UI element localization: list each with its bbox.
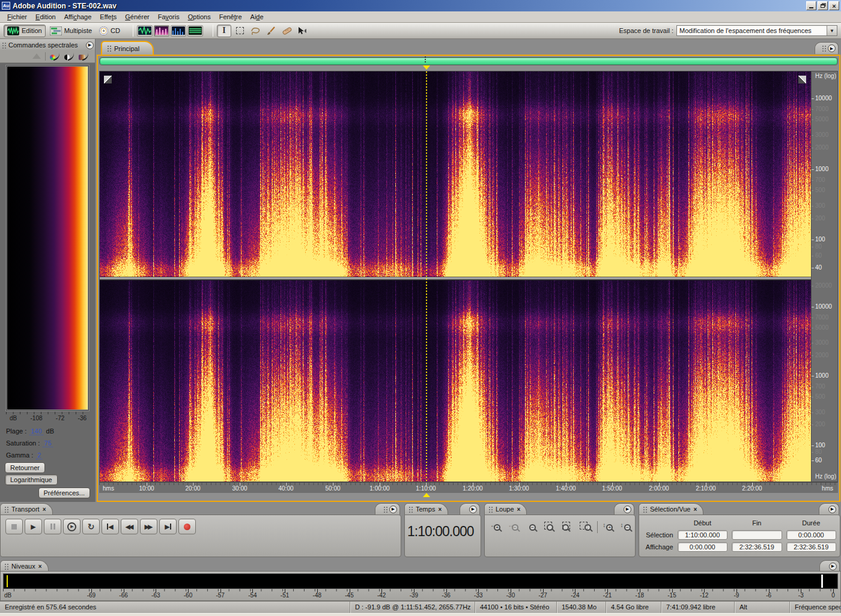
zoom-full-button[interactable]: −	[525, 520, 540, 534]
preferences-button[interactable]: Préférences...	[38, 488, 90, 498]
selection-duree-field[interactable]: 0:00.000	[786, 530, 837, 540]
logarithmique-button[interactable]: Logarithmique	[5, 474, 58, 485]
panel-menu-icon[interactable]: ▶	[829, 563, 837, 570]
frequency-axis[interactable]: Hz (log)10000700050003000200010007005003…	[811, 71, 837, 482]
playhead-marker-top[interactable]	[423, 65, 430, 70]
selection-debut-field[interactable]: 1:10:00.000	[678, 530, 728, 540]
spectral-palette-gradient[interactable]	[6, 65, 89, 411]
chevron-down-icon[interactable]: ▼	[827, 26, 837, 35]
freq-tick	[812, 190, 813, 191]
record-button[interactable]	[178, 519, 196, 534]
level-meter[interactable]	[3, 573, 838, 589]
close-icon[interactable]: ×	[693, 506, 697, 513]
panel-menu-icon[interactable]: ▶	[469, 506, 477, 513]
menu-affichage[interactable]: Affichage	[60, 12, 96, 22]
menu-edition[interactable]: Edition	[31, 12, 60, 22]
menu-aide[interactable]: Aide	[246, 12, 268, 22]
menu-favoris[interactable]: Favoris	[154, 12, 184, 22]
horizontal-scrollbar[interactable]	[99, 57, 838, 65]
zoom-selection-end-button[interactable]	[578, 520, 593, 534]
zoom-in-vertical-button[interactable]: ↕+	[602, 520, 617, 534]
tab-selection-vue[interactable]: Sélection/Vue ×	[639, 503, 703, 515]
pause-button[interactable]	[44, 519, 61, 534]
panel-menu-icon[interactable]: ▶	[828, 44, 836, 52]
zoom-in-horizontal-button[interactable]: ↔+	[490, 520, 505, 534]
playhead-marker-bottom[interactable]	[423, 493, 430, 497]
plage-value[interactable]: 140	[29, 427, 43, 435]
play-from-cursor-button[interactable]: ▶	[63, 519, 80, 534]
healing-tool[interactable]	[279, 25, 294, 37]
playhead-line[interactable]	[426, 71, 427, 482]
view-spectral-button[interactable]	[154, 25, 169, 37]
spectrogram-left-channel[interactable]	[100, 71, 811, 277]
edition-view-button[interactable]: Edition	[4, 25, 46, 37]
zoom-out-horizontal-button[interactable]: ↔−	[507, 520, 522, 534]
tab-niveaux[interactable]: Niveaux ×	[0, 560, 49, 572]
workspace-dropdown[interactable]: Modification de l'espacement des fréquen…	[676, 25, 837, 36]
menu-générer[interactable]: Générer	[121, 12, 153, 22]
multipiste-view-button[interactable]: Multipiste	[47, 25, 95, 37]
panel-menu-icon[interactable]: ▶	[389, 506, 397, 513]
spectral-marker-icon[interactable]	[32, 53, 41, 59]
close-icon[interactable]: ×	[38, 563, 42, 570]
zoom-out-vertical-button[interactable]: ↕−	[620, 520, 635, 534]
close-icon[interactable]: ×	[438, 506, 442, 513]
go-end-button[interactable]: ▶	[159, 519, 177, 534]
zoom-selection-button[interactable]	[542, 520, 557, 534]
affichage-fin-field[interactable]: 2:32:36.519	[732, 542, 782, 552]
contrast-curve-icon[interactable]	[64, 53, 74, 60]
tab-temps[interactable]: Temps ×	[404, 503, 448, 515]
close-icon[interactable]: ×	[517, 506, 521, 513]
close-icon[interactable]: ×	[43, 506, 46, 513]
selection-fin-field[interactable]	[732, 530, 782, 540]
tab-principal[interactable]: Principal	[101, 41, 154, 55]
affichage-duree-field[interactable]: 2:32:36.519	[786, 542, 837, 552]
scrub-tool[interactable]	[295, 25, 309, 37]
rewind-button[interactable]: ◀◀	[121, 519, 138, 534]
menu-options[interactable]: Options	[184, 12, 215, 22]
corner-grip-icon[interactable]	[798, 76, 806, 83]
view-waveform-button[interactable]	[137, 25, 153, 37]
time-ruler[interactable]: hms hms 10:0020:0030:0040:0050:001:00:00…	[99, 482, 838, 493]
color-curve-icon[interactable]	[50, 53, 60, 60]
restore-button[interactable]	[818, 1, 828, 10]
menu-effets[interactable]: Effets	[96, 12, 121, 22]
view-phase-button[interactable]	[187, 25, 203, 37]
affichage-debut-field[interactable]: 0:00.000	[678, 542, 728, 552]
freq-label-3000: 3000	[815, 339, 828, 346]
panel-menu-icon[interactable]: ▶	[828, 506, 836, 513]
brush-tool[interactable]	[264, 25, 278, 37]
spectrogram-right-channel[interactable]	[100, 280, 811, 482]
tab-transport[interactable]: Transport ×	[0, 503, 53, 515]
gamma-value[interactable]: 2	[36, 451, 42, 459]
axis-unit-label: Hz (log)	[815, 473, 836, 480]
stop-button[interactable]	[5, 519, 23, 534]
panel-grip[interactable]	[2, 42, 6, 49]
panel-menu-icon[interactable]: ▶	[86, 41, 94, 49]
tab-loupe[interactable]: Loupe ×	[484, 503, 527, 515]
panel-grip[interactable]	[822, 45, 826, 52]
go-start-button[interactable]: ◀	[102, 519, 119, 534]
gradient-curve-icon[interactable]	[79, 53, 89, 60]
time-display[interactable]: 1:10:00.000	[405, 515, 481, 540]
meter-label--24: -24	[571, 592, 579, 599]
marquee-selection-tool[interactable]	[232, 25, 247, 37]
menu-fenêtre[interactable]: Fenêtre	[215, 12, 246, 22]
lasso-selection-tool[interactable]	[248, 25, 263, 37]
cd-view-button[interactable]: CD	[96, 25, 123, 37]
ruler-label-1:20:00: 1:20:00	[463, 485, 482, 492]
loop-button[interactable]: ↻	[82, 519, 100, 534]
retourner-button[interactable]: Retourner	[5, 462, 45, 473]
saturation-value[interactable]: 75	[43, 439, 52, 447]
horizontal-scrollbar-thumb[interactable]	[100, 58, 837, 65]
close-button[interactable]: ×	[829, 1, 839, 10]
view-spectral-pan-button[interactable]	[171, 25, 186, 37]
play-button[interactable]: ▶	[25, 519, 42, 534]
minimize-button[interactable]	[806, 1, 816, 10]
fast-forward-button[interactable]: ▶▶	[140, 519, 157, 534]
menu-fichier[interactable]: Fichier	[3, 12, 31, 22]
corner-grip-icon[interactable]	[104, 76, 112, 83]
time-selection-tool[interactable]: I	[217, 25, 231, 37]
zoom-selection-start-button[interactable]	[560, 520, 575, 534]
panel-menu-icon[interactable]: ▶	[624, 506, 631, 513]
